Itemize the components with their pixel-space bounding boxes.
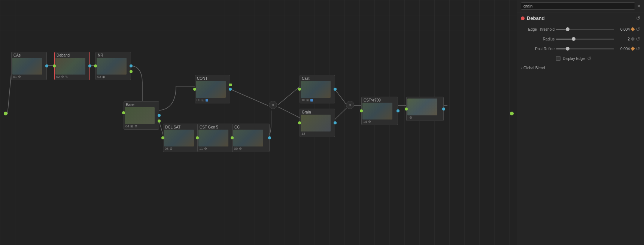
display-edge-label: Display Edge [563, 57, 585, 61]
param-reset-edge-threshold[interactable]: ↺ [636, 26, 640, 32]
node-cas-thumb [12, 58, 42, 75]
panel-close-button[interactable]: × [637, 3, 640, 9]
deband-pencil-icon: ✎ [65, 75, 68, 79]
param-keyframe-edge-threshold[interactable] [631, 27, 635, 31]
cast-in-connector[interactable] [298, 121, 301, 124]
grain-in-connector[interactable] [360, 109, 363, 112]
cst-r709-out-connector[interactable] [442, 108, 445, 111]
nr-in-connector[interactable] [94, 64, 97, 67]
node-nr-label: NR [97, 53, 130, 58]
display-edge-reset[interactable]: ↺ [587, 55, 592, 61]
merge-node-2[interactable]: ⊕ [346, 101, 354, 109]
deband-in-connector[interactable] [53, 64, 56, 67]
node-cst-gen5-label: CC [233, 125, 268, 130]
param-value-radius: 2 [616, 37, 630, 41]
node-cst-gen5[interactable]: CC 09 ⚙ [232, 124, 270, 152]
cas-settings-icon: ⚙ [18, 75, 21, 79]
cst-dwg-in-connector[interactable] [161, 136, 164, 139]
graph-output-dot [510, 112, 514, 115]
param-thumb-edge-threshold[interactable] [566, 27, 569, 31]
global-blend-section[interactable]: › Global Blend [521, 65, 640, 71]
node-cc[interactable]: Cast 10 ⊞ [300, 75, 335, 103]
param-row-post-refine: Post Refine 0.004 ↺ [521, 46, 640, 52]
param-thumb-radius[interactable] [572, 37, 575, 41]
param-value-post-refine: 0.004 [616, 47, 630, 51]
node-deband[interactable]: Deband 02 ⚙ ✎ [54, 52, 90, 80]
node-cst-gen5-thumb [233, 130, 263, 146]
node-deband-thumb [55, 58, 85, 75]
node-nr[interactable]: NR 03 ◉ [95, 52, 131, 80]
param-slider-edge-threshold[interactable] [556, 29, 614, 30]
svg-line-5 [278, 86, 300, 105]
nr-out-green-connector[interactable] [130, 70, 133, 73]
cont-out-sq-green[interactable] [229, 84, 232, 86]
grain-out-connector[interactable] [397, 109, 400, 112]
node-cast[interactable]: Grain 13 [300, 109, 335, 137]
panel-body: Deband ↺ Edge Threshold 0.004 ↺ Radius 2… [517, 12, 644, 245]
panel-node-title: Deband [527, 15, 634, 21]
node-cont-label: CONT [196, 76, 229, 81]
cont-out-connector[interactable] [229, 88, 232, 91]
node-cst-dwg[interactable]: DCL SAT 08 ⚙ [163, 124, 198, 152]
param-slider-radius[interactable] [556, 39, 614, 40]
nr-out-connector[interactable] [130, 64, 133, 67]
param-label-radius: Radius [521, 37, 555, 41]
param-keyframe-post-refine[interactable] [631, 46, 635, 51]
param-reset-post-refine[interactable]: ↺ [636, 46, 640, 52]
display-edge-checkbox[interactable] [556, 56, 561, 61]
cont-in-connector[interactable] [193, 88, 196, 91]
base-out-connector[interactable] [158, 114, 161, 117]
grain-settings-icon: ⚙ [368, 120, 371, 124]
param-reset-radius[interactable]: ↺ [636, 36, 640, 42]
param-thumb-post-refine[interactable] [566, 47, 569, 51]
dcl-sat-settings-icon: ⚙ [204, 147, 207, 151]
node-dcl-sat[interactable]: CST Gen 5 11 ⚙ [197, 124, 233, 152]
node-cst-r709[interactable]: ⚙ [406, 97, 444, 121]
node-cc-label: Cast [301, 76, 334, 81]
merge-node-1[interactable]: ⊕ [269, 101, 277, 109]
node-grain-label: CST>r709 [362, 98, 397, 103]
panel-node-reset-button[interactable]: ↺ [636, 15, 640, 21]
cc-graph-icon: ⊞ [306, 98, 309, 102]
cast-out-connector[interactable] [334, 121, 337, 124]
cas-out-connector[interactable] [45, 64, 48, 67]
panel: × Deband ↺ Edge Threshold 0.004 ↺ Radius [517, 0, 644, 245]
node-dcl-sat-thumb [198, 130, 228, 146]
panel-header: × [517, 0, 644, 12]
node-cst-dwg-label: DCL SAT [164, 125, 197, 130]
cst-r709-in-connector[interactable] [405, 108, 408, 111]
cst-r709-settings-icon: ⚙ [409, 116, 412, 120]
node-cas[interactable]: CAs 01 ⚙ [11, 52, 47, 80]
cc-in-connector[interactable] [298, 88, 301, 91]
param-fill-radius [556, 39, 574, 40]
base-settings-icon: ⚙ [134, 124, 137, 128]
base-graph-icon: ⊞ [130, 124, 133, 128]
cc-out-connector[interactable] [334, 88, 337, 91]
cst-gen5-out-connector[interactable] [268, 136, 271, 139]
node-cast-label: Grain [301, 110, 334, 115]
cst-gen5-in-connector[interactable] [231, 136, 234, 139]
param-keyframe-radius[interactable] [631, 37, 635, 41]
dcl-sat-in-connector[interactable] [196, 136, 199, 139]
node-base-thumb [125, 107, 155, 124]
cc-sq-blue [310, 99, 313, 102]
node-nr-thumb [97, 58, 127, 75]
node-grain[interactable]: CST>r709 14 ⚙ [361, 97, 398, 125]
node-cst-dwg-thumb [164, 130, 194, 146]
display-edge-row: Display Edge ↺ [521, 55, 640, 61]
node-cont[interactable]: CONT 05 ⊞ [195, 75, 230, 103]
base-in-connector[interactable] [122, 111, 125, 114]
node-cst-r709-thumb [407, 99, 437, 115]
cont-sq-blue [206, 99, 208, 102]
node-cc-thumb [301, 81, 331, 98]
global-blend-label: Global Blend [523, 66, 545, 70]
svg-line-2 [228, 88, 268, 106]
deband-out-connector[interactable] [88, 64, 91, 67]
panel-search-input[interactable] [521, 2, 635, 10]
node-graph[interactable]: CAs 01 ⚙ Deband 02 ⚙ ✎ NR 03 ◉ [0, 0, 517, 245]
node-cast-thumb [301, 115, 331, 131]
base-out2-connector[interactable] [158, 120, 161, 122]
param-slider-post-refine[interactable] [556, 48, 614, 49]
param-row-edge-threshold: Edge Threshold 0.004 ↺ [521, 26, 640, 32]
node-base[interactable]: Base 04 ⊞ ⚙ [124, 101, 159, 130]
